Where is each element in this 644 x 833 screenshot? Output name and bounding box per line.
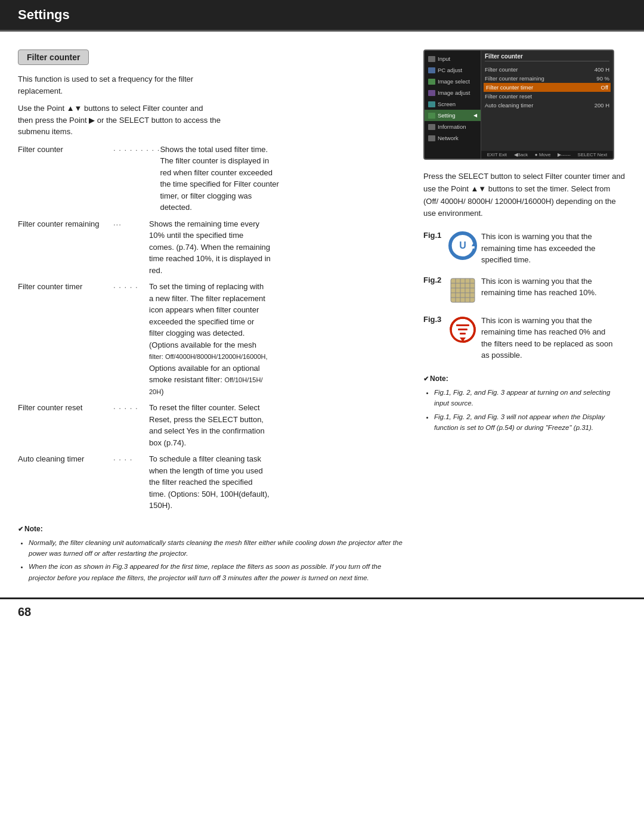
page-number: 68	[18, 605, 31, 618]
proj-sidebar-information: Information	[425, 121, 481, 132]
right-note-item-1: Fig.1, Fig. 2, and Fig. 3 will not appea…	[434, 411, 626, 433]
left-note-title: Note:	[18, 524, 405, 535]
def-row-filter-remaining: Filter counter remaining ... Shows the r…	[18, 218, 405, 277]
def-desc-4: To schedule a filter cleaning task when …	[149, 453, 405, 512]
left-note-list: Normally, the filter cleaning unit autom…	[18, 537, 405, 584]
def-term-2: Filter counter timer	[18, 281, 113, 293]
proj-sidebar-screen: Screen	[425, 98, 481, 110]
proj-network-icon	[428, 135, 435, 141]
page-title: Settings	[18, 7, 70, 22]
def-row-filter-reset: Filter counter reset . . . . . To reset …	[18, 402, 405, 448]
right-column: Input PC adjust Image select Image adjus…	[423, 49, 626, 586]
proj-sidebar: Input PC adjust Image select Image adjus…	[425, 51, 481, 159]
left-note: Note: Normally, the filter cleaning unit…	[18, 524, 405, 584]
proj-footer: EXIT Exit ◀Back ● Move ▶------ SELECT Ne…	[481, 151, 613, 159]
left-column: Filter counter This function is used to …	[18, 49, 405, 586]
svg-rect-16	[460, 333, 466, 335]
fig3-text: This icon is warning you that theremaini…	[481, 315, 612, 361]
right-note-title: Note:	[423, 373, 626, 385]
left-note-item-1: When the icon as shown in Fig.3 appeared…	[29, 561, 405, 583]
def-desc-3: To reset the filter counter. Select Rese…	[149, 402, 405, 448]
proj-input-icon	[428, 56, 435, 62]
definition-list: Filter counter . . . . . . . . . Shows t…	[18, 144, 405, 512]
proj-imageadjust-icon	[428, 90, 435, 96]
fig2-label: Fig.2	[423, 275, 444, 284]
def-dots-0: . . . . . . . . .	[113, 144, 160, 153]
fig2-section: Fig.2 This icon is warning you that ther…	[423, 275, 626, 305]
def-dots-2: . . . . .	[113, 281, 149, 290]
proj-sidebar-network: Network	[425, 132, 481, 144]
svg-rect-14	[456, 324, 469, 326]
proj-sidebar-pcadjust: PC adjust	[425, 64, 481, 76]
proj-pcadjust-icon	[428, 67, 435, 73]
proj-information-icon	[428, 124, 435, 130]
proj-sidebar-input: Input	[425, 53, 481, 64]
proj-panel-title: Filter counter	[485, 53, 609, 61]
fig3-section: Fig.3 This icon is warning you that ther…	[423, 315, 626, 361]
press-text: Press the SELECT button to select Filter…	[423, 171, 626, 220]
def-dots-1: ...	[113, 218, 149, 227]
fig1-section: Fig.1 U This icon is warning you that th…	[423, 231, 626, 266]
intro-line1: This function is used to set a frequency…	[18, 73, 405, 97]
proj-sidebar-imageselect: Image select	[425, 76, 481, 87]
fig3-label: Fig.3	[423, 315, 444, 324]
def-term-1: Filter counter remaining	[18, 218, 113, 230]
def-term-3: Filter counter reset	[18, 402, 113, 414]
proj-row-counter: Filter counter 400 H	[485, 65, 609, 74]
def-dots-4: . . . .	[113, 453, 149, 462]
right-note-list: Fig.1, Fig. 2, and Fig. 3 appear at turn…	[423, 387, 626, 433]
fig3-icon	[448, 315, 478, 345]
proj-row-reset: Filter counter reset	[485, 92, 609, 101]
proj-setting-icon	[428, 113, 435, 119]
def-desc-1: Shows the remaining time every 10% until…	[149, 218, 405, 277]
fig1-label: Fig.1	[423, 231, 444, 240]
page-header: Settings	[0, 0, 644, 32]
page-footer: 68	[0, 597, 644, 625]
right-note-item-0: Fig.1, Fig. 2, and Fig. 3 appear at turn…	[434, 387, 626, 409]
fig2-text: This icon is warning you that theremaini…	[481, 275, 597, 299]
proj-imageselect-icon	[428, 79, 435, 85]
svg-text:U: U	[459, 240, 466, 250]
proj-row-auto: Auto cleaning timer 200 H	[485, 101, 609, 110]
proj-sidebar-setting: Setting ◀	[425, 110, 481, 121]
fig1-text: This icon is warning you that theremaini…	[481, 231, 596, 266]
left-note-item-0: Normally, the filter cleaning unit autom…	[29, 537, 405, 559]
proj-panel: Filter counter Filter counter 400 H Filt…	[481, 51, 613, 159]
def-row-filter-timer: Filter counter timer . . . . . To set th…	[18, 281, 405, 397]
def-dots-3: . . . . .	[113, 402, 149, 411]
right-note: Note: Fig.1, Fig. 2, and Fig. 3 appear a…	[423, 373, 626, 433]
def-desc-0: Shows the total used filter time. The fi…	[160, 144, 405, 213]
def-row-auto-cleaning: Auto cleaning timer . . . . To schedule …	[18, 453, 405, 512]
svg-rect-3	[451, 278, 475, 302]
def-desc-2: To set the timing of replacing with a ne…	[149, 281, 405, 397]
proj-row-remaining: Filter counter remaining 90 %	[485, 74, 609, 83]
proj-main-panel: Filter counter Filter counter 400 H Filt…	[481, 51, 613, 151]
fig1-icon: U	[448, 231, 478, 261]
proj-screen-icon	[428, 101, 435, 107]
svg-rect-15	[458, 329, 467, 330]
filter-counter-badge: Filter counter	[18, 49, 89, 65]
intro-line2: Use the Point ▲▼ buttons to select Filte…	[18, 103, 405, 138]
def-row-filter-counter: Filter counter . . . . . . . . . Shows t…	[18, 144, 405, 213]
fig2-icon	[448, 275, 478, 305]
def-term-4: Auto cleaning timer	[18, 453, 113, 465]
proj-sidebar-imageadjust: Image adjust	[425, 87, 481, 98]
projector-ui-screenshot: Input PC adjust Image select Image adjus…	[423, 49, 614, 160]
def-term-0: Filter counter	[18, 144, 113, 156]
proj-row-timer: Filter counter timer Off	[484, 83, 611, 92]
